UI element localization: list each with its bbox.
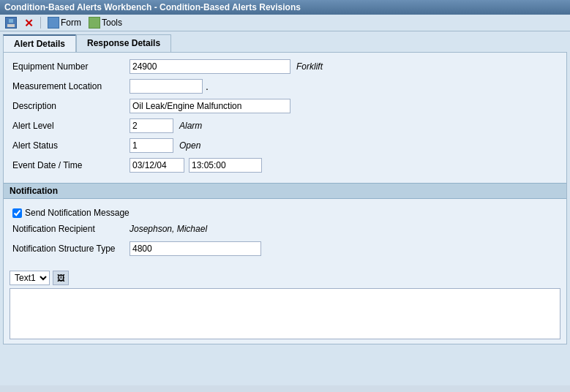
bottom-area: Text1 Text2 Text3 🖼 bbox=[4, 266, 566, 344]
notification-structure-input[interactable] bbox=[130, 241, 261, 256]
form-label: Form bbox=[61, 18, 81, 28]
notification-section: Send Notification Message Notification R… bbox=[4, 199, 566, 266]
equipment-number-row: Equipment Number Forklift bbox=[12, 59, 558, 75]
text-dropdown[interactable]: Text1 Text2 Text3 bbox=[10, 271, 50, 285]
measurement-location-label: Measurement Location bbox=[12, 81, 130, 91]
notification-recipient-value: Josephson, Michael bbox=[130, 224, 207, 234]
notification-recipient-label: Notification Recipient bbox=[12, 224, 130, 234]
tools-menu-button[interactable]: Tools bbox=[86, 16, 124, 29]
text-content-area[interactable] bbox=[10, 288, 560, 339]
tabs-container: Alert Details Response Details bbox=[3, 34, 567, 52]
tools-label: Tools bbox=[102, 18, 122, 28]
alert-status-row: Alert Status Open bbox=[12, 137, 558, 154]
alert-level-input[interactable] bbox=[130, 118, 173, 133]
toolbar-separator-1 bbox=[40, 17, 41, 29]
alert-status-text: Open bbox=[179, 140, 200, 151]
send-notification-row: Send Notification Message bbox=[12, 205, 558, 221]
save-icon bbox=[5, 17, 17, 29]
equipment-number-label: Equipment Number bbox=[12, 61, 130, 72]
main-content: Alert Details Response Details Equipment… bbox=[0, 31, 570, 385]
equipment-number-input[interactable] bbox=[130, 59, 290, 74]
measurement-location-row: Measurement Location . bbox=[12, 78, 558, 94]
close-button[interactable]: ✕ bbox=[22, 17, 36, 29]
close-icon: ✕ bbox=[24, 18, 34, 29]
save-button[interactable] bbox=[3, 16, 19, 29]
alert-level-row: Alert Level Alarm bbox=[12, 118, 558, 134]
description-row: Description bbox=[12, 98, 558, 114]
send-notification-label: Send Notification Message bbox=[25, 208, 130, 218]
form-menu-button[interactable]: Form bbox=[45, 16, 83, 29]
description-input[interactable] bbox=[130, 99, 290, 113]
event-datetime-label: Event Date / Time bbox=[12, 160, 130, 170]
text-icon-button[interactable]: 🖼 bbox=[53, 271, 69, 285]
alert-status-input[interactable] bbox=[130, 138, 173, 153]
notification-structure-label: Notification Structure Type bbox=[12, 244, 130, 254]
toolbar: ✕ Form Tools bbox=[0, 15, 570, 31]
alert-details-section: Equipment Number Forklift Measurement Lo… bbox=[4, 53, 566, 183]
window-title: Condition-Based Alerts Workbench - Condi… bbox=[4, 2, 301, 12]
title-bar: Condition-Based Alerts Workbench - Condi… bbox=[0, 0, 570, 15]
event-datetime-row: Event Date / Time bbox=[12, 157, 558, 173]
form-panel: Equipment Number Forklift Measurement Lo… bbox=[3, 52, 567, 344]
tools-icon bbox=[89, 17, 100, 29]
text-dropdown-row: Text1 Text2 Text3 🖼 bbox=[10, 271, 560, 285]
alert-level-label: Alert Level bbox=[12, 121, 130, 131]
send-notification-checkbox[interactable] bbox=[12, 208, 22, 218]
description-label: Description bbox=[12, 101, 130, 111]
tab-alert-details[interactable]: Alert Details bbox=[3, 34, 76, 52]
form-icon bbox=[48, 17, 59, 29]
event-date-input[interactable] bbox=[130, 158, 184, 173]
text-btn-icon: 🖼 bbox=[57, 274, 65, 282]
notification-section-header: Notification bbox=[4, 183, 566, 199]
alert-level-text: Alarm bbox=[179, 121, 202, 131]
equipment-number-text: Forklift bbox=[296, 61, 323, 72]
dot-separator: . bbox=[206, 80, 209, 92]
notification-structure-row: Notification Structure Type bbox=[12, 241, 558, 257]
notification-recipient-row: Notification Recipient Josephson, Michae… bbox=[12, 221, 558, 237]
measurement-location-input[interactable] bbox=[130, 79, 203, 94]
event-time-input[interactable] bbox=[189, 158, 262, 173]
tab-response-details[interactable]: Response Details bbox=[76, 34, 171, 52]
alert-status-label: Alert Status bbox=[12, 140, 130, 151]
